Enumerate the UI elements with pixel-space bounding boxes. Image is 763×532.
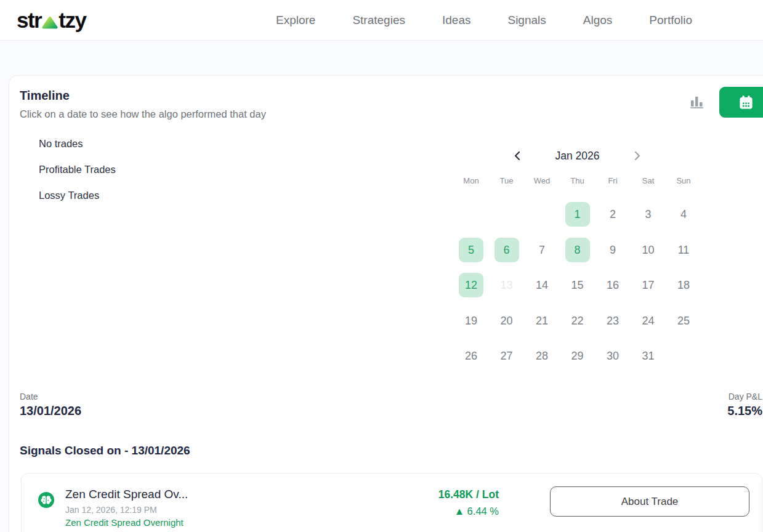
calendar-month-label: Jan 2026 — [459, 148, 696, 164]
logo-triangle-icon — [42, 15, 58, 30]
date-summary: Date 13/01/2026 — [20, 392, 81, 418]
nav-item-strategies[interactable]: Strategies — [352, 14, 405, 27]
calendar-day-23[interactable]: 23 — [600, 308, 625, 333]
calendar-day-27[interactable]: 27 — [495, 344, 519, 368]
trade-title: Zen Credit Spread Ov... — [65, 488, 188, 501]
logo-text-pre: str — [17, 8, 41, 33]
calendar-day-18[interactable]: 18 — [671, 273, 696, 297]
nav-item-algos[interactable]: Algos — [583, 14, 613, 27]
calendar-day-29[interactable]: 29 — [565, 344, 590, 368]
calendar-day-11[interactable]: 11 — [671, 238, 696, 262]
calendar-day-headers: MonTueWedThuFriSatSun — [459, 176, 696, 185]
calendar-day-14[interactable]: 14 — [530, 273, 554, 297]
calendar-day-6[interactable]: 6 — [495, 238, 519, 262]
signals-closed-heading: Signals Closed on - 13/01/2026 — [20, 444, 190, 457]
calendar-legend: No tradesProfitable TradesLossy Trades — [39, 137, 116, 215]
day-header-sat: Sat — [636, 176, 661, 185]
calendar-day-28[interactable]: 28 — [530, 344, 554, 368]
calendar-day-22[interactable]: 22 — [565, 308, 590, 333]
date-value: 13/01/2026 — [20, 404, 81, 418]
trade-change-percent: ▲ 6.44 % — [376, 506, 499, 517]
day-header-tue: Tue — [495, 176, 519, 185]
legend-item-lossy-trades: Lossy Trades — [39, 189, 116, 201]
calendar-icon — [738, 94, 754, 111]
stratzy-logo[interactable]: str tzy — [17, 5, 86, 36]
calendar-header: Jan 2026 — [459, 148, 696, 164]
calendar-day-1[interactable]: 1 — [565, 202, 590, 227]
trade-strategy-link[interactable]: Zen Credit Spread Overnight — [65, 517, 184, 528]
calendar-day-31[interactable]: 31 — [636, 344, 661, 368]
calendar-day-20[interactable]: 20 — [495, 308, 519, 333]
calendar-day-19[interactable]: 19 — [459, 308, 483, 333]
next-month-button[interactable] — [633, 150, 642, 161]
calendar-day-26[interactable]: 26 — [459, 344, 483, 368]
pnl-value: 5.15% — [727, 404, 762, 418]
calendar-day-4[interactable]: 4 — [671, 202, 696, 227]
nav-item-ideas[interactable]: Ideas — [442, 14, 470, 27]
nav-item-explore[interactable]: Explore — [276, 14, 315, 27]
timeline-subtitle: Click on a date to see how the algo perf… — [20, 108, 266, 120]
logo-text-post: tzy — [59, 8, 86, 33]
calendar-day-16[interactable]: 16 — [600, 273, 625, 297]
calendar-day-12[interactable]: 12 — [459, 273, 483, 297]
page: str tzy ExploreStrategiesIdeasSignalsAlg… — [0, 0, 763, 532]
nav-item-signals[interactable]: Signals — [507, 14, 546, 27]
nav-item-portfolio[interactable]: Portfolio — [649, 14, 692, 27]
about-trade-button[interactable]: About Trade — [550, 486, 749, 517]
trade-price-block: 16.48K / Lot ▲ 6.44 % — [376, 488, 499, 517]
day-header-wed: Wed — [530, 176, 554, 185]
calendar-day-21[interactable]: 21 — [530, 308, 554, 333]
trade-timestamp: Jan 12, 2026, 12:19 PM — [65, 505, 157, 515]
prev-month-button[interactable] — [513, 150, 522, 161]
timeline-title: Timeline — [20, 89, 70, 103]
calendar-day-17[interactable]: 17 — [636, 273, 661, 297]
main-nav: ExploreStrategiesIdeasSignalsAlgosPortfo… — [276, 0, 692, 41]
date-label: Date — [20, 392, 81, 401]
calendar-day-25[interactable]: 25 — [671, 308, 696, 333]
calendar-day-13[interactable]: 13 — [495, 273, 519, 297]
legend-item-no-trades: No trades — [39, 137, 116, 150]
calendar-view-button[interactable] — [719, 87, 763, 118]
calendar-day-30[interactable]: 30 — [600, 344, 625, 368]
calendar-day-8[interactable]: 8 — [565, 238, 590, 262]
pnl-summary: Day P&L 5.15% — [727, 392, 762, 418]
day-header-thu: Thu — [565, 176, 590, 185]
strategy-brain-icon — [38, 492, 54, 508]
calendar-grid: 1234567891011121314151617181920212223242… — [459, 202, 696, 368]
top-navbar: str tzy ExploreStrategiesIdeasSignalsAlg… — [0, 0, 763, 41]
bar-chart-icon[interactable] — [690, 95, 705, 109]
calendar-day-15[interactable]: 15 — [565, 273, 590, 297]
legend-item-profitable-trades: Profitable Trades — [39, 163, 116, 175]
calendar-day-24[interactable]: 24 — [636, 308, 661, 333]
calendar-day-5[interactable]: 5 — [459, 238, 483, 262]
calendar-day-10[interactable]: 10 — [636, 238, 661, 262]
calendar-day-2[interactable]: 2 — [600, 202, 625, 227]
day-header-mon: Mon — [459, 176, 483, 185]
calendar-day-9[interactable]: 9 — [600, 238, 625, 262]
day-header-fri: Fri — [600, 176, 625, 185]
pnl-label: Day P&L — [727, 392, 762, 401]
day-header-sun: Sun — [671, 176, 696, 185]
trade-price-per-lot: 16.48K / Lot — [376, 488, 499, 501]
calendar-day-7[interactable]: 7 — [530, 238, 554, 262]
calendar-day-3[interactable]: 3 — [636, 202, 661, 227]
